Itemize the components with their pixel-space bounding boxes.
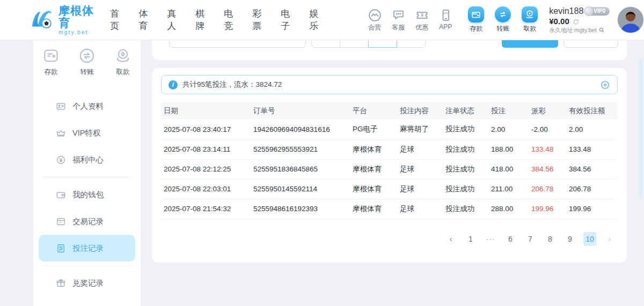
cell-bet: 188.00 — [488, 139, 529, 159]
sidebar-item-label: 投注记录 — [72, 243, 104, 253]
sidebar-divider — [42, 177, 132, 177]
sidebar-item-label: 交易记录 — [72, 217, 104, 227]
cell-platform: PG电子 — [350, 120, 397, 139]
range-preset-4[interactable] — [397, 40, 426, 48]
cell-date: 2025-07-08 21:54:32 — [161, 199, 251, 219]
cell-valid: 384.56 — [566, 159, 618, 179]
logo[interactable]: 摩根体育 mgty.bet — [30, 4, 101, 35]
range-preset-group — [311, 40, 426, 48]
page-9[interactable]: 9 — [564, 232, 576, 246]
range-preset-3[interactable] — [368, 40, 397, 48]
cell-valid: 199.96 — [566, 199, 618, 219]
quick-link-support[interactable]: 客服 — [389, 8, 407, 32]
nav-item-entertainment[interactable]: 娱乐 — [308, 5, 327, 34]
cell-payout: 384.56 — [529, 159, 566, 179]
header-transfer-button[interactable]: 转账 — [493, 6, 513, 33]
logo-title: 摩根体育 — [58, 4, 101, 29]
reset-button[interactable] — [564, 40, 618, 48]
date-range-input[interactable] — [169, 40, 306, 48]
deposit-icon — [42, 47, 60, 65]
search-icon[interactable] — [598, 27, 605, 33]
cell-bet: 288.00 — [488, 199, 529, 219]
profile-icon — [56, 101, 66, 111]
expand-details-icon[interactable] — [600, 80, 610, 90]
nav-item-esports[interactable]: 电竞 — [223, 5, 241, 34]
quick-link-promos[interactable]: ¥优惠 — [413, 8, 431, 32]
bet-records-icon — [56, 243, 66, 253]
wallet-action-label: 取款 — [523, 24, 536, 33]
cell-status: 投注成功 — [443, 199, 488, 219]
sidebar-item-profile[interactable]: 个人资料 — [39, 93, 135, 120]
support-icon — [391, 8, 406, 23]
cell-bet: 2.00 — [488, 120, 529, 139]
page-10[interactable]: 10 — [583, 232, 596, 246]
main-nav: 首页体育真人棋牌电竞彩票电子娱乐 — [109, 5, 327, 34]
redeem-icon — [56, 278, 66, 288]
prev-page-icon[interactable]: ‹ — [444, 232, 457, 246]
page-8[interactable]: 8 — [544, 232, 557, 246]
summary-banner: i 共计95笔投注，流水：3824.72 — [161, 75, 618, 94]
range-preset-1[interactable] — [311, 40, 340, 48]
permanent-address: 永久地址:mgty.bet — [549, 27, 596, 34]
logo-icon — [30, 8, 54, 32]
sidebar-item-label: 我的钱包 — [72, 190, 104, 200]
top-header: 摩根体育 mgty.bet 首页体育真人棋牌电竞彩票电子娱乐 合营客服¥优惠AP… — [0, 0, 644, 40]
cell-content: 足球 — [397, 179, 443, 199]
logo-subtitle: mgty.bet — [58, 29, 101, 35]
nav-item-slots[interactable]: 电子 — [280, 5, 298, 34]
quick-link-partnership[interactable]: 合营 — [365, 8, 384, 32]
table-row: 2025-07-08 23:14:115255962955553921摩根体育足… — [161, 139, 618, 159]
cell-date: 2025-07-08 22:12:25 — [161, 159, 251, 179]
withdraw-icon — [114, 47, 132, 65]
sidebar-item-redeem[interactable]: 兑奖记录 — [39, 270, 135, 296]
cell-status: 投注成功 — [443, 120, 488, 139]
sidebar-item-vip[interactable]: VIP特权 — [39, 120, 135, 146]
sidebar-item-bet-records[interactable]: 投注记录 — [39, 235, 135, 262]
results-card: i 共计95笔投注，流水：3824.72 日期订单号平台投注内容注单状态投注派彩… — [152, 68, 627, 263]
next-page-icon[interactable]: › — [603, 232, 616, 246]
sidebar-item-label: VIP特权 — [72, 128, 100, 138]
sidebar-item-wallet[interactable]: 我的钱包 — [39, 181, 135, 208]
pagination: ‹1···678910› — [152, 232, 616, 246]
nav-item-chess[interactable]: 棋牌 — [194, 5, 213, 34]
quick-link-app[interactable]: APPAPP — [436, 8, 455, 32]
cell-order-no: 5255962955553921 — [251, 139, 350, 159]
nav-item-sports[interactable]: 体育 — [137, 5, 156, 34]
nav-item-home[interactable]: 首页 — [109, 5, 128, 34]
header-withdraw-button[interactable]: 取款 — [520, 6, 539, 33]
cell-order-no: 5255948616192393 — [251, 199, 350, 219]
header-deposit-button[interactable]: 存款 — [466, 6, 486, 33]
cell-status: 投注成功 — [443, 159, 488, 179]
sidebar-item-transactions[interactable]: 交易记录 — [39, 208, 135, 235]
user-block: kevin188 VIP0 ¥0.00 永久地址:mgty.bet — [549, 6, 610, 34]
page-6[interactable]: 6 — [504, 232, 517, 246]
column-header: 投注内容 — [397, 102, 443, 120]
cell-payout: -2.00 — [529, 120, 566, 139]
user-avatar[interactable] — [617, 6, 644, 33]
column-header: 日期 — [161, 102, 251, 120]
svg-text:APP: APP — [443, 12, 449, 15]
vip-badge: VIP0 — [586, 7, 610, 16]
header-wallet-actions: 存款转账取款 — [466, 6, 539, 33]
deposit-icon — [468, 6, 484, 23]
nav-item-live[interactable]: 真人 — [166, 5, 185, 34]
column-header: 订单号 — [251, 102, 350, 120]
table-row: 2025-07-08 22:03:015255950145592114摩根体育足… — [161, 179, 618, 199]
page-7[interactable]: 7 — [524, 232, 537, 246]
partnership-icon — [368, 8, 382, 23]
sidebar-transfer-button[interactable]: 转账 — [74, 47, 100, 77]
nav-item-lottery[interactable]: 彩票 — [251, 5, 270, 34]
page-1[interactable]: 1 — [464, 232, 477, 246]
scrollbar-thumb[interactable] — [639, 59, 642, 198]
cell-valid: 2.00 — [566, 120, 618, 139]
search-button[interactable] — [502, 40, 558, 48]
cell-date: 2025-07-08 23:40:17 — [161, 120, 251, 139]
cell-valid: 133.48 — [566, 139, 618, 159]
refresh-balance-icon[interactable] — [572, 18, 580, 25]
quick-link-label: 合营 — [368, 23, 381, 32]
range-preset-2[interactable] — [340, 40, 369, 48]
sidebar-item-welfare[interactable]: 福利中心 — [39, 146, 135, 173]
column-header: 投注 — [488, 102, 529, 120]
sidebar-withdraw-button[interactable]: 取款 — [109, 47, 136, 77]
sidebar-deposit-button[interactable]: 存款 — [38, 47, 64, 77]
